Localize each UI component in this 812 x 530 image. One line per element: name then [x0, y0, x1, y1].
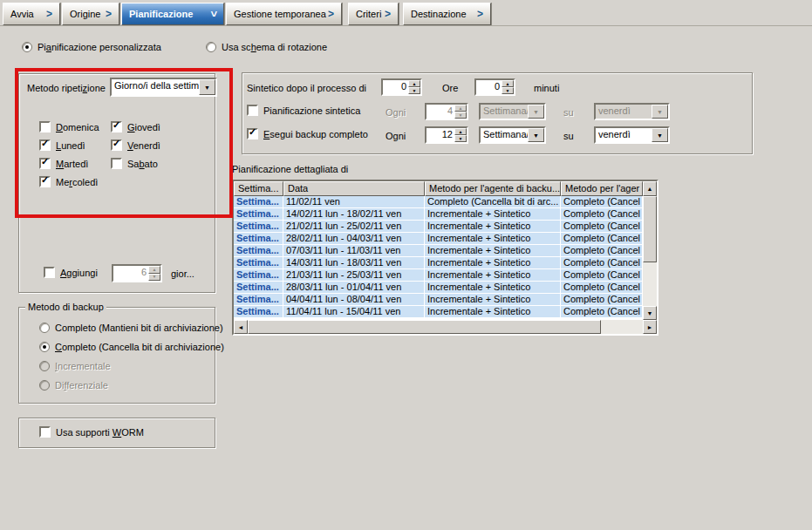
day-lunedi[interactable]: ✓ Lunedì: [39, 139, 85, 151]
scroll-up-icon[interactable]: ▲: [643, 181, 657, 196]
day-sabato[interactable]: ✓ Sabato: [111, 158, 158, 169]
backup-option-incremental[interactable]: Incrementale: [39, 361, 111, 371]
synthetic-day-select[interactable]: venerdì ▼: [594, 103, 670, 120]
synthetic-schedule-option[interactable]: ✓ Pianificazione sintetica: [247, 105, 360, 116]
spinner-up-icon[interactable]: ▲: [454, 128, 467, 135]
chevron-down-icon[interactable]: ▼: [652, 128, 668, 142]
table-row[interactable]: Settima... 04/04/11 lun - 08/04/11 ven I…: [234, 294, 643, 306]
column-header[interactable]: Metodo per l'agente di backu...: [425, 181, 561, 196]
tab-pianificazione[interactable]: Pianificazione >: [121, 3, 224, 25]
column-header[interactable]: Data: [283, 181, 425, 196]
checkbox-full-backup[interactable]: ✓: [247, 128, 258, 139]
hours-spinner[interactable]: 0 ▲ ▼: [381, 78, 422, 96]
synthetic-every-label: Ogni: [386, 107, 406, 118]
table-row[interactable]: Settima... 07/03/11 lun - 11/03/11 ven I…: [234, 245, 643, 257]
day-giovedi[interactable]: ✓ Giovedì: [111, 121, 160, 132]
horizontal-scrollbar[interactable]: ◄ ►: [234, 320, 657, 334]
radio-full-clear[interactable]: [39, 342, 50, 352]
checkbox-sabato[interactable]: ✓: [111, 158, 122, 169]
scroll-right-icon[interactable]: ►: [643, 320, 657, 334]
add-days-option[interactable]: ✓ Aggiungi: [44, 267, 98, 278]
horizontal-scrollbar-track[interactable]: [601, 320, 643, 334]
column-header[interactable]: Metodo per l'ager: [561, 181, 643, 196]
minutes-value: 0: [476, 80, 502, 94]
rotation-schedule-option[interactable]: Usa schema di rotazione: [206, 42, 327, 52]
tab-origine[interactable]: Origine >: [62, 3, 119, 25]
table-header-row: Settima... Data Metodo per l'agente di b…: [234, 181, 657, 196]
cell-agent-method-2: Completo (Cancel: [561, 269, 643, 281]
checkbox-worm[interactable]: ✓: [39, 426, 51, 438]
scroll-down-icon[interactable]: ▼: [643, 306, 657, 320]
chevron-down-icon[interactable]: ▼: [652, 105, 668, 119]
synthetic-every-spinner[interactable]: 4 ▲ ▼: [425, 103, 468, 120]
radio-full-keep[interactable]: [39, 323, 50, 333]
checkbox-martedi[interactable]: ✓: [39, 158, 51, 169]
minutes-spinner[interactable]: 0 ▲ ▼: [474, 78, 515, 96]
add-days-spinner[interactable]: 6 ▲ ▼: [112, 264, 162, 282]
backup-option-full-keep[interactable]: Completo (Mantieni bit di archiviazione): [39, 323, 223, 333]
table-row[interactable]: Settima... 14/03/11 lun - 18/03/11 ven I…: [234, 257, 643, 269]
spinner-up-icon[interactable]: ▲: [454, 105, 467, 112]
table-row[interactable]: Settima... 21/03/11 lun - 25/03/11 ven I…: [234, 269, 643, 282]
cell-agent-method-2: Completo (Cancel: [561, 221, 643, 232]
spinner-up-icon[interactable]: ▲: [148, 266, 160, 274]
day-venerdi[interactable]: ✓ Venerdì: [111, 139, 160, 151]
full-backup-option[interactable]: ✓ Esegui backup completo: [247, 128, 368, 139]
cell-agent-method-2: Completo (Cancel: [561, 196, 643, 207]
checkbox-synthetic-schedule[interactable]: ✓: [247, 105, 258, 116]
full-backup-every-spinner[interactable]: 12 ▲ ▼: [425, 126, 468, 144]
repeat-method-select[interactable]: Giorno/i della settimana ▼: [110, 78, 217, 97]
worm-option[interactable]: ✓ Usa supporti WORM: [39, 426, 144, 438]
tab-avvia[interactable]: Avvia >: [3, 3, 60, 25]
cell-week: Settima...: [234, 221, 283, 232]
checkbox-aggiungi[interactable]: ✓: [44, 267, 55, 278]
chevron-down-icon[interactable]: ▼: [528, 105, 544, 119]
vertical-scrollbar[interactable]: ▼: [643, 196, 657, 320]
day-martedi[interactable]: ✓ Martedì: [39, 158, 88, 169]
spinner-down-icon[interactable]: ▼: [148, 274, 160, 282]
tab-destinazione[interactable]: Destinazione >: [403, 3, 491, 25]
checkbox-lunedi[interactable]: ✓: [39, 139, 51, 151]
spinner-down-icon[interactable]: ▼: [502, 87, 514, 94]
scroll-left-icon[interactable]: ◄: [234, 320, 248, 334]
radio-rotation-schedule[interactable]: [206, 42, 216, 52]
chevron-down-icon[interactable]: ▼: [528, 128, 544, 142]
day-label: Lunedì: [56, 140, 85, 151]
full-backup-unit-select[interactable]: Settimana/ ▼: [479, 126, 546, 144]
chevron-down-icon[interactable]: ▼: [199, 79, 215, 95]
table-row[interactable]: Settima... 21/02/11 lun - 25/02/11 ven I…: [234, 221, 643, 233]
checkbox-giovedi[interactable]: ✓: [111, 121, 122, 132]
table-row[interactable]: Settima... 28/02/11 lun - 04/03/11 ven I…: [234, 233, 643, 245]
table-row[interactable]: Settima... 14/02/11 lun - 18/02/11 ven I…: [234, 208, 643, 221]
checkbox-domenica[interactable]: ✓: [39, 121, 51, 132]
spinner-down-icon[interactable]: ▼: [454, 112, 467, 119]
synthetic-unit-select[interactable]: Settimana/ ▼: [479, 103, 546, 120]
vertical-scrollbar-thumb[interactable]: [643, 196, 657, 262]
tab-label: Criteri: [356, 9, 381, 19]
checkbox-mercoledi[interactable]: ✓: [39, 176, 51, 187]
full-backup-day-select[interactable]: venerdì ▼: [594, 126, 670, 144]
table-row[interactable]: Settima... 28/03/11 lun - 01/04/11 ven I…: [234, 282, 643, 294]
spinner-down-icon[interactable]: ▼: [408, 87, 420, 94]
cell-week: Settima...: [234, 233, 283, 244]
column-header[interactable]: Settima...: [234, 181, 283, 196]
tab-criteri[interactable]: Criteri >: [348, 3, 399, 25]
custom-schedule-option[interactable]: Pianificazione personalizzata: [22, 42, 161, 52]
minutes-unit-label: minuti: [534, 83, 559, 93]
tab-gestione-temporanea[interactable]: Gestione temporanea >: [226, 3, 342, 25]
spinner-down-icon[interactable]: ▼: [454, 135, 467, 142]
backup-option-differential[interactable]: Differenziale: [39, 380, 108, 391]
day-mercoledi[interactable]: ✓ Mercoledì: [39, 176, 98, 187]
radio-incremental[interactable]: [39, 361, 50, 371]
tab-label: Avvia: [10, 9, 34, 19]
horizontal-scrollbar-thumb[interactable]: [248, 320, 601, 334]
checkbox-venerdi[interactable]: ✓: [111, 139, 122, 151]
radio-custom-schedule[interactable]: [22, 42, 32, 52]
backup-option-full-clear[interactable]: Completo (Cancella bit di archiviazione): [39, 342, 224, 352]
spinner-up-icon[interactable]: ▲: [502, 80, 514, 87]
spinner-up-icon[interactable]: ▲: [408, 80, 420, 87]
radio-differential[interactable]: [39, 380, 50, 391]
table-row[interactable]: Settima... 11/02/11 ven Completo (Cancel…: [234, 196, 643, 208]
day-domenica[interactable]: ✓ Domenica: [39, 121, 99, 132]
table-row[interactable]: Settima... 11/04/11 lun - 15/04/11 ven I…: [234, 306, 643, 318]
